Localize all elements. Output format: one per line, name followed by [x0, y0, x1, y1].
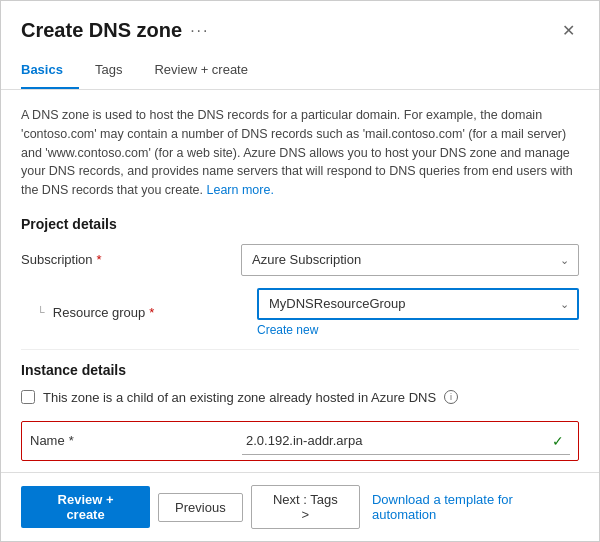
- description-text: A DNS zone is used to host the DNS recor…: [21, 106, 579, 200]
- resource-group-select-wrapper: MyDNSResourceGroup ⌄: [257, 288, 579, 320]
- learn-more-link[interactable]: Learn more.: [207, 183, 274, 197]
- resource-group-select[interactable]: MyDNSResourceGroup: [257, 288, 579, 320]
- name-label: Name *: [30, 433, 242, 448]
- dialog-title-area: Create DNS zone ···: [21, 19, 210, 42]
- subscription-control: Azure Subscription ⌄: [241, 244, 579, 276]
- create-dns-zone-dialog: Create DNS zone ··· ✕ Basics Tags Review…: [0, 0, 600, 542]
- resource-group-row: └ Resource group * MyDNSResourceGroup ⌄ …: [21, 288, 579, 337]
- create-new-resource-group-link[interactable]: Create new: [257, 323, 579, 337]
- resource-group-required: *: [149, 305, 154, 320]
- dialog-title: Create DNS zone: [21, 19, 182, 42]
- resource-group-label: └ Resource group *: [37, 305, 257, 320]
- more-options-button[interactable]: ···: [190, 22, 209, 40]
- subscription-select-wrapper: Azure Subscription ⌄: [241, 244, 579, 276]
- name-input[interactable]: [242, 427, 570, 455]
- subscription-row: Subscription * Azure Subscription ⌄: [21, 244, 579, 276]
- tab-tags[interactable]: Tags: [95, 56, 138, 89]
- previous-button[interactable]: Previous: [158, 493, 243, 522]
- subscription-select[interactable]: Azure Subscription: [241, 244, 579, 276]
- name-required: *: [69, 433, 74, 448]
- child-zone-checkbox[interactable]: [21, 390, 35, 404]
- child-zone-row: This zone is a child of an existing zone…: [21, 390, 579, 405]
- subscription-required: *: [97, 252, 102, 267]
- download-template-link[interactable]: Download a template for automation: [372, 492, 579, 522]
- child-zone-label: This zone is a child of an existing zone…: [43, 390, 436, 405]
- instance-details-title: Instance details: [21, 362, 579, 378]
- name-input-wrapper: ✓: [242, 427, 570, 455]
- child-zone-info-icon[interactable]: i: [444, 390, 458, 404]
- dialog-footer: Review + create Previous Next : Tags > D…: [1, 472, 599, 541]
- name-row: Name * ✓: [21, 421, 579, 461]
- instance-details-section: Instance details This zone is a child of…: [21, 362, 579, 472]
- tree-indent-icon: └: [37, 306, 45, 318]
- next-button[interactable]: Next : Tags >: [251, 485, 360, 529]
- tab-basics[interactable]: Basics: [21, 56, 79, 89]
- tab-review-create[interactable]: Review + create: [154, 56, 264, 89]
- description-body: A DNS zone is used to host the DNS recor…: [21, 108, 573, 197]
- section-divider: [21, 349, 579, 350]
- dialog-header: Create DNS zone ··· ✕: [1, 1, 599, 44]
- project-details-title: Project details: [21, 216, 579, 232]
- dialog-content: A DNS zone is used to host the DNS recor…: [1, 90, 599, 472]
- close-button[interactable]: ✕: [558, 17, 579, 44]
- name-valid-icon: ✓: [552, 433, 564, 449]
- subscription-label: Subscription *: [21, 252, 241, 267]
- tab-bar: Basics Tags Review + create: [1, 44, 599, 90]
- resource-group-control: MyDNSResourceGroup ⌄ Create new: [257, 288, 579, 337]
- review-create-button[interactable]: Review + create: [21, 486, 150, 528]
